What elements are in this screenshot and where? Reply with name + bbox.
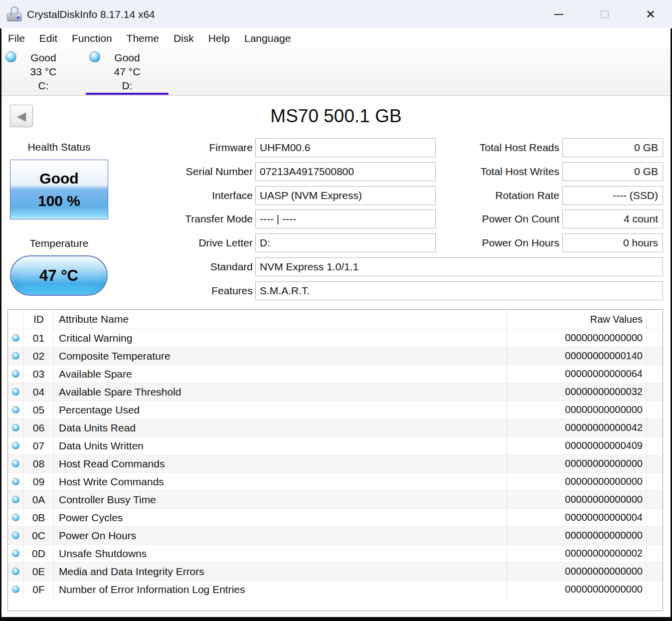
field-features-label: Features — [100, 281, 253, 300]
table-row[interactable]: 01Critical Warning00000000000000 — [8, 329, 663, 347]
attribute-status-orb-icon — [12, 514, 19, 521]
attribute-id: 0B — [24, 509, 54, 526]
attribute-status-orb-icon — [12, 568, 19, 575]
health-status-percent: 100 % — [38, 193, 80, 209]
table-row[interactable]: 09Host Write Commands00000000000000 — [8, 472, 663, 490]
field-power-on-count-label: Power On Count — [434, 209, 559, 228]
attribute-status-orb-icon — [12, 406, 19, 414]
attribute-id: 02 — [24, 347, 54, 365]
table-header: ID Attribute Name Raw Values — [8, 310, 663, 329]
attribute-name: Number of Error Information Log Entries — [54, 581, 507, 598]
health-status-value: Good — [39, 171, 78, 187]
field-firmware-label: Firmware — [100, 138, 253, 157]
field-standard-value[interactable]: NVM Express 1.0/1.1 — [255, 257, 663, 276]
field-total-host-reads-label: Total Host Reads — [434, 138, 559, 157]
attribute-id: 07 — [24, 437, 54, 454]
field-drive-letter-label: Drive Letter — [100, 233, 253, 252]
health-status-indicator: Good 100 % — [10, 160, 108, 219]
attribute-name: Host Write Commands — [54, 473, 507, 490]
attribute-raw-value: 00000000000064 — [507, 365, 647, 383]
field-features-value[interactable]: S.M.A.R.T. — [255, 281, 663, 300]
table-row[interactable]: 02Composite Temperature00000000000140 — [8, 347, 663, 365]
attribute-name: Composite Temperature — [54, 347, 507, 365]
attribute-name: Available Spare — [54, 365, 507, 383]
table-row[interactable]: 0AController Busy Time00000000000000 — [8, 490, 663, 508]
maximize-button[interactable] — [597, 7, 612, 22]
field-interface-value[interactable]: UASP (NVM Express) — [255, 186, 436, 205]
menu-item-edit[interactable]: Edit — [39, 32, 57, 44]
column-header-raw-values: Raw Values — [507, 310, 647, 329]
menu-item-language[interactable]: Language — [244, 32, 291, 44]
menu-item-function[interactable]: Function — [72, 32, 112, 44]
attribute-name: Data Units Written — [54, 437, 507, 454]
drive-temperature: 33 °C — [1, 65, 85, 79]
attribute-status-orb-icon — [12, 352, 19, 360]
column-header-id: ID — [24, 310, 54, 329]
table-row[interactable]: 03Available Spare00000000000064 — [8, 365, 663, 383]
attribute-raw-value: 00000000000000 — [507, 329, 647, 347]
column-header-attribute-name: Attribute Name — [54, 310, 507, 329]
drive-tab-c[interactable]: Good 33 °C C: — [1, 48, 85, 95]
field-serial-number-label: Serial Number — [100, 162, 253, 181]
table-row[interactable]: 0CPower On Hours00000000000000 — [8, 526, 663, 544]
attribute-raw-value: 00000000000000 — [507, 581, 647, 598]
attribute-status-orb-icon — [12, 388, 19, 396]
table-row[interactable]: 07Data Units Written00000000000409 — [8, 436, 663, 454]
attribute-raw-value: 00000000000000 — [507, 563, 647, 580]
menu-item-help[interactable]: Help — [208, 32, 230, 44]
close-button[interactable]: ✕ — [643, 7, 658, 22]
attribute-status-orb-icon — [12, 586, 19, 593]
table-row[interactable]: 08Host Read Commands00000000000000 — [8, 454, 663, 472]
field-serial-number-value[interactable]: 07213A4917500800 — [255, 162, 436, 181]
field-transfer-mode-value[interactable]: ---- | ---- — [255, 209, 436, 228]
attribute-raw-value: 00000000000000 — [507, 491, 647, 508]
attribute-id: 0A — [24, 491, 54, 508]
attribute-name: Critical Warning — [54, 329, 507, 347]
table-row[interactable]: 06Data Units Read00000000000042 — [8, 418, 663, 436]
field-total-host-writes-value[interactable]: 0 GB — [562, 162, 663, 181]
attribute-status-orb-icon — [12, 424, 19, 431]
menu-item-disk[interactable]: Disk — [173, 32, 194, 44]
attribute-status-orb-icon — [12, 334, 19, 342]
field-interface-label: Interface — [100, 186, 253, 205]
attribute-id: 03 — [24, 365, 54, 383]
attribute-name: Media and Data Integrity Errors — [54, 563, 507, 580]
field-power-on-hours-value[interactable]: 0 hours — [562, 233, 663, 252]
field-firmware-value[interactable]: UHFM00.6 — [255, 138, 436, 157]
menu-item-file[interactable]: File — [8, 32, 25, 44]
field-power-on-count-value[interactable]: 4 count — [562, 209, 663, 228]
attribute-raw-value: 00000000000000 — [507, 455, 647, 472]
window-title: CrystalDiskInfo 8.17.14 x64 — [27, 0, 155, 28]
health-status-label: Health Status — [10, 141, 108, 153]
attribute-raw-value: 00000000000002 — [507, 545, 647, 562]
attribute-id: 09 — [24, 473, 54, 490]
attribute-id: 04 — [24, 383, 54, 401]
table-row[interactable]: 0BPower Cycles00000000000004 — [8, 508, 663, 526]
attribute-raw-value: 00000000000004 — [507, 509, 647, 526]
minimize-button[interactable] — [551, 7, 566, 22]
drive-temperature: 47 °C — [85, 65, 169, 79]
menu-item-theme[interactable]: Theme — [127, 32, 159, 44]
drive-status-orb-icon — [5, 51, 16, 62]
field-rotation-rate-value[interactable]: ---- (SSD) — [562, 186, 663, 205]
temperature-indicator: 47 °C — [10, 255, 108, 296]
drive-tab-strip: Good 33 °C C: Good 47 °C D: — [1, 48, 671, 96]
table-row[interactable]: 04Available Spare Threshold0000000000003… — [8, 383, 663, 401]
table-row[interactable]: 0EMedia and Data Integrity Errors0000000… — [8, 562, 663, 580]
temperature-value: 47 °C — [39, 267, 78, 285]
table-row[interactable]: 0FNumber of Error Information Log Entrie… — [8, 580, 663, 598]
drive-tab-d[interactable]: Good 47 °C D: — [85, 48, 169, 95]
drive-status-orb-icon — [89, 51, 100, 62]
drive-letter: C: — [1, 79, 85, 93]
field-total-host-reads-value[interactable]: 0 GB — [562, 138, 663, 157]
attribute-name: Power On Hours — [54, 527, 507, 544]
table-row[interactable]: 05Percentage Used00000000000000 — [8, 401, 663, 418]
field-drive-letter-value[interactable]: D: — [255, 233, 436, 252]
drive-letter: D: — [85, 79, 169, 93]
page-title: MS70 500.1 GB — [0, 106, 672, 127]
attribute-status-orb-icon — [12, 442, 19, 449]
attribute-status-orb-icon — [12, 550, 19, 557]
table-row[interactable]: 0DUnsafe Shutdowns00000000000002 — [8, 544, 663, 562]
attribute-name: Available Spare Threshold — [54, 383, 507, 401]
temperature-label: Temperature — [10, 237, 108, 249]
